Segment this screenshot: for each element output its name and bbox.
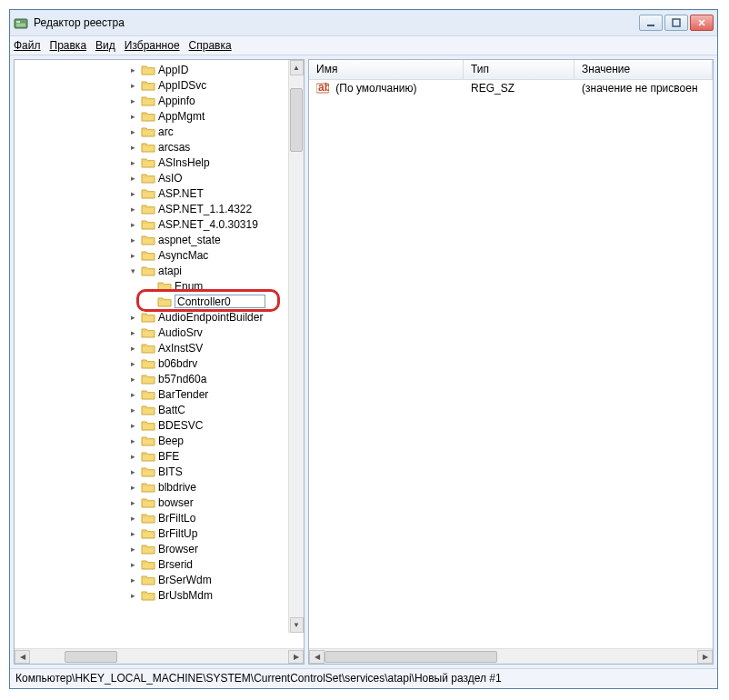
expander-icon[interactable]: ▸ <box>129 96 137 105</box>
expander-icon[interactable]: ▸ <box>129 328 137 336</box>
tree-item[interactable]: ▸AxInstSV <box>15 340 304 355</box>
scroll-right-button[interactable]: ▶ <box>288 650 304 664</box>
tree-item[interactable]: Enum <box>15 278 304 294</box>
menu-favorites[interactable]: Избранное <box>125 39 180 52</box>
list-body[interactable]: ab (По умолчанию) REG_SZ (значение не пр… <box>309 80 713 648</box>
expander-icon[interactable]: ▸ <box>129 251 137 259</box>
tree-item[interactable]: ▸BFE <box>15 448 304 464</box>
close-button[interactable] <box>690 15 714 31</box>
minimize-button[interactable] <box>639 15 663 31</box>
tree-scroll[interactable]: ▸AppID▸AppIDSvc▸Appinfo▸AppMgmt▸arc▸arcs… <box>15 60 304 648</box>
titlebar[interactable]: Редактор реестра <box>10 10 717 35</box>
expander-icon[interactable]: ▸ <box>129 591 137 599</box>
expander-icon[interactable]: ▸ <box>129 127 137 135</box>
expander-icon[interactable]: ▸ <box>129 220 137 228</box>
tree-item[interactable]: ▸AsyncMac <box>15 247 304 263</box>
tree-item[interactable]: ▸AppIDSvc <box>15 77 304 93</box>
horizontal-scroll-thumb[interactable] <box>325 651 497 663</box>
expander-icon[interactable]: ▸ <box>129 375 137 383</box>
tree-item[interactable]: ▸b06bdrv <box>15 355 304 371</box>
expander-icon[interactable]: ▸ <box>129 158 137 166</box>
expander-icon[interactable]: ▸ <box>129 143 137 151</box>
expander-icon[interactable]: ▸ <box>129 81 137 89</box>
tree-item[interactable]: ▸ASP.NET_4.0.30319 <box>15 216 304 232</box>
tree-item[interactable]: ▾atapi <box>15 263 304 278</box>
column-header-name[interactable]: Имя <box>309 60 464 79</box>
tree-item[interactable]: ▸b57nd60a <box>15 371 304 386</box>
expander-icon[interactable]: ▸ <box>129 529 137 537</box>
tree-item[interactable]: ▸BrUsbMdm <box>15 587 304 603</box>
column-header-type[interactable]: Тип <box>464 60 574 79</box>
expander-icon[interactable]: ▸ <box>129 560 137 568</box>
folder-icon <box>141 218 155 231</box>
expander-icon[interactable]: ▸ <box>129 575 137 584</box>
expander-icon[interactable]: ▸ <box>129 189 137 197</box>
tree-item[interactable]: ▸aspnet_state <box>15 232 304 247</box>
tree-item[interactable]: ▸arc <box>15 124 304 139</box>
scroll-down-button[interactable]: ▼ <box>290 617 304 633</box>
tree-horizontal-scrollbar[interactable]: ◀ ▶ <box>15 648 304 664</box>
vertical-scroll-thumb[interactable] <box>290 88 303 152</box>
expander-icon[interactable]: ▸ <box>129 112 137 120</box>
menu-file[interactable]: Файл <box>14 39 41 52</box>
rename-input[interactable]: Controller0 <box>175 295 265 308</box>
tree-item[interactable]: ▸ASP.NET_1.1.4322 <box>15 201 304 216</box>
expander-icon[interactable]: ▸ <box>129 344 137 352</box>
value-type: REG_SZ <box>464 81 574 95</box>
tree-item[interactable]: ▸AudioSrv <box>15 325 304 340</box>
tree-item[interactable]: ▸Appinfo <box>15 93 304 108</box>
expander-icon[interactable]: ▸ <box>129 313 137 321</box>
expander-icon[interactable]: ▸ <box>129 174 137 182</box>
tree-item[interactable]: ▸BrSerWdm <box>15 572 304 587</box>
tree-item[interactable]: ▸AppMgmt <box>15 108 304 124</box>
expander-icon[interactable]: ▸ <box>129 483 137 491</box>
tree-item[interactable]: ▸AsIO <box>15 170 304 185</box>
expander-icon[interactable]: ▸ <box>129 205 137 213</box>
list-horizontal-scrollbar[interactable]: ◀ ▶ <box>309 648 713 664</box>
folder-icon <box>141 543 155 555</box>
expander-icon[interactable]: ▸ <box>129 467 137 475</box>
scroll-up-button[interactable]: ▲ <box>290 60 304 75</box>
expander-icon[interactable]: ▸ <box>129 452 137 460</box>
tree-item[interactable]: ▸AppID <box>15 62 304 77</box>
tree-item[interactable]: ▸blbdrive <box>15 479 304 495</box>
column-header-value[interactable]: Значение <box>574 60 713 79</box>
expander-icon[interactable]: ▸ <box>129 65 137 74</box>
expander-icon[interactable]: ▸ <box>129 514 137 522</box>
list-row[interactable]: ab (По умолчанию) REG_SZ (значение не пр… <box>309 80 713 96</box>
tree-item[interactable]: ▸bowser <box>15 495 304 510</box>
tree-item[interactable]: ▸Browser <box>15 541 304 556</box>
tree-item[interactable]: ▸Brserid <box>15 556 304 572</box>
tree-item[interactable]: ▸ASInsHelp <box>15 155 304 170</box>
expander-icon[interactable]: ▸ <box>129 436 137 445</box>
expander-icon[interactable]: ▸ <box>129 421 137 429</box>
expander-icon[interactable]: ▸ <box>129 390 137 398</box>
expander-icon[interactable]: ▸ <box>129 359 137 367</box>
tree-item-label: Brserid <box>158 558 193 571</box>
tree-item[interactable]: ▸BrFiltLo <box>15 510 304 525</box>
tree-vertical-scrollbar[interactable]: ▲ ▼ <box>288 60 304 633</box>
tree-item[interactable]: ▸BrFiltUp <box>15 525 304 541</box>
menu-view[interactable]: Вид <box>95 39 115 52</box>
horizontal-scroll-thumb[interactable] <box>65 651 117 663</box>
expander-icon[interactable]: ▸ <box>129 545 137 553</box>
expander-icon[interactable]: ▸ <box>129 405 137 414</box>
tree-item[interactable]: ▸BDESVC <box>15 417 304 433</box>
tree-item[interactable]: ▸Beep <box>15 433 304 448</box>
tree-item[interactable]: ▸BarTender <box>15 386 304 402</box>
menu-edit[interactable]: Правка <box>50 39 87 52</box>
expander-icon[interactable]: ▸ <box>129 235 137 244</box>
tree-item[interactable]: Controller0 <box>15 294 304 309</box>
expander-icon[interactable]: ▾ <box>129 266 137 275</box>
scroll-left-button[interactable]: ◀ <box>15 650 30 664</box>
tree-item[interactable]: ▸AudioEndpointBuilder <box>15 309 304 325</box>
tree-item[interactable]: ▸BattC <box>15 402 304 417</box>
scroll-left-button[interactable]: ◀ <box>309 650 325 664</box>
tree-item[interactable]: ▸ASP.NET <box>15 185 304 201</box>
maximize-button[interactable] <box>664 15 688 31</box>
tree-item[interactable]: ▸BITS <box>15 464 304 479</box>
tree-item[interactable]: ▸arcsas <box>15 139 304 155</box>
menu-help[interactable]: Справка <box>189 39 232 52</box>
scroll-right-button[interactable]: ▶ <box>697 650 713 664</box>
expander-icon[interactable]: ▸ <box>129 498 137 506</box>
